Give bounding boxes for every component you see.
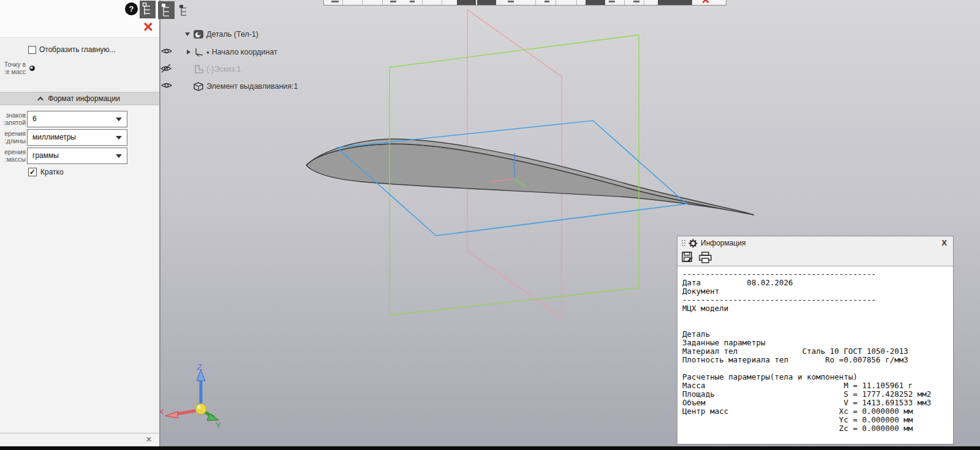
mass-units-label-line1: ерения bbox=[0, 148, 26, 156]
toolbar-button-pressed[interactable] bbox=[457, 0, 476, 6]
brief-label: Кратко bbox=[40, 168, 64, 176]
toolbar-icon-fragment[interactable] bbox=[545, 1, 549, 2]
visibility-eye-off-icon[interactable] bbox=[160, 64, 172, 75]
panel-tree-toggle-button[interactable] bbox=[140, 1, 156, 18]
toolbar-button-pressed[interactable] bbox=[658, 0, 692, 6]
expand-arrow-icon[interactable] bbox=[187, 50, 190, 54]
toolbar-icon-fragment[interactable] bbox=[508, 1, 514, 2]
tree-composition-button[interactable] bbox=[176, 3, 192, 18]
print-icon[interactable] bbox=[699, 252, 712, 263]
panel-divider bbox=[0, 433, 159, 433]
point-in-label-line1: Точку в bbox=[0, 61, 26, 68]
panel-bottom-close-button[interactable]: × bbox=[146, 433, 152, 446]
info-window-toolbar bbox=[677, 250, 953, 264]
tree-item-origin-label: Начало координат bbox=[212, 48, 277, 56]
dropdown-arrow-icon bbox=[116, 136, 122, 140]
part-icon bbox=[193, 29, 205, 40]
tree-item-part-label: Деталь (Тел-1) bbox=[206, 30, 258, 39]
tree-item-origin[interactable]: ● Начало координат bbox=[158, 46, 277, 58]
feature-tree: Деталь (Тел-1) ● Начало координат (-)Эск… bbox=[158, 0, 415, 110]
tree-item-sketch[interactable]: (-)Эскиз:1 bbox=[158, 63, 241, 75]
drag-handle-icon[interactable] bbox=[681, 239, 685, 247]
format-section-header[interactable]: Формат информации bbox=[0, 92, 159, 105]
extrusion-icon bbox=[193, 81, 204, 92]
axis-label-x: X bbox=[160, 407, 164, 416]
decimals-label-line2: апятой: bbox=[0, 119, 26, 126]
point-bullet: ● bbox=[206, 50, 209, 55]
point-in-label-line2: е масс: bbox=[0, 68, 26, 75]
dropdown-arrow-icon bbox=[116, 154, 122, 158]
info-window: Информация X ---------------------------… bbox=[677, 236, 954, 444]
visibility-eye-icon[interactable] bbox=[161, 81, 173, 91]
gear-icon bbox=[688, 239, 698, 248]
brief-checkbox[interactable]: ✓ bbox=[28, 168, 37, 176]
visibility-eye-icon[interactable] bbox=[161, 47, 173, 57]
window-bottom-edge bbox=[0, 446, 980, 450]
length-units-value: миллиметры bbox=[32, 133, 76, 141]
mass-units-dropdown[interactable]: граммы bbox=[27, 148, 127, 164]
mass-units-value: граммы bbox=[32, 151, 59, 160]
info-window-title: Информация bbox=[701, 239, 745, 247]
help-icon[interactable]: ? bbox=[125, 2, 138, 15]
expand-arrow-icon[interactable] bbox=[185, 32, 190, 36]
show-main-checkbox[interactable] bbox=[28, 46, 36, 54]
info-report-area[interactable]: ----------------------------------------… bbox=[677, 266, 953, 444]
tree-item-part[interactable]: Деталь (Тел-1) bbox=[185, 28, 258, 40]
axis-label-y: Y bbox=[216, 421, 221, 430]
length-units-label-line1: ерения bbox=[0, 130, 26, 137]
collapse-chevron-icon bbox=[37, 96, 43, 102]
tree-item-extrusion-label: Элемент выдавливания:1 bbox=[206, 82, 298, 91]
tree-item-sketch-label: (-)Эскиз:1 bbox=[206, 65, 241, 73]
tree-item-extrusion[interactable]: Элемент выдавливания:1 bbox=[158, 80, 298, 92]
axis-label-z: Z bbox=[197, 362, 202, 372]
tree-structure-button-active[interactable] bbox=[158, 1, 175, 19]
coordinate-origin-icon bbox=[194, 47, 205, 57]
format-section-title: Формат информации bbox=[48, 94, 120, 103]
decimals-dropdown[interactable]: 6 bbox=[27, 111, 127, 127]
orientation-triad: Z X Y bbox=[160, 362, 221, 430]
decimals-value: 6 bbox=[32, 114, 37, 123]
center-of-mass-point-icon[interactable] bbox=[29, 66, 35, 71]
sketch-icon bbox=[194, 64, 205, 75]
info-close-button[interactable]: X bbox=[941, 238, 947, 247]
decimals-label-line1: знаков bbox=[0, 111, 26, 119]
toolbar-close-icon[interactable]: ✕ bbox=[701, 0, 710, 6]
toolbar-button-pressed[interactable] bbox=[586, 0, 605, 6]
application-window: Z X Y ✕ ? bbox=[0, 0, 980, 450]
save-icon[interactable] bbox=[682, 252, 693, 263]
panel-close-button[interactable]: × bbox=[141, 18, 156, 36]
length-units-dropdown[interactable]: миллиметры bbox=[27, 129, 127, 146]
length-units-label-line2: длины: bbox=[0, 137, 26, 144]
toolbar-icon-fragment[interactable] bbox=[609, 1, 615, 2]
show-main-label: Отобразить главную... bbox=[39, 45, 116, 54]
dropdown-arrow-icon bbox=[116, 118, 122, 121]
info-window-titlebar[interactable]: Информация X bbox=[677, 236, 953, 250]
panel-header: ? × bbox=[0, 0, 159, 38]
mass-properties-report: ----------------------------------------… bbox=[677, 266, 953, 433]
toolbar-icon-fragment[interactable] bbox=[633, 1, 639, 2]
toolbar-button-pressed[interactable] bbox=[477, 0, 496, 6]
mass-units-label-line2: массы: bbox=[0, 156, 26, 163]
parameters-panel: ? × Отобразить главную... Точку в е масс… bbox=[0, 0, 160, 446]
